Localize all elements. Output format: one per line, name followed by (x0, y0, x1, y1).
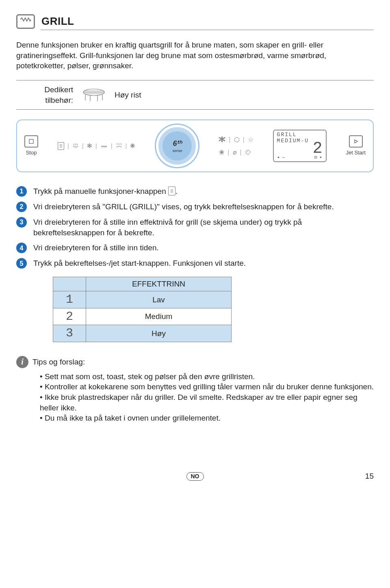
timer-icon: ⏲ (245, 148, 251, 157)
manual-functions-row: | | ✻ | | | ❋ (58, 142, 136, 150)
step-badge: 1 (16, 186, 27, 197)
jet-start-group: Jet Start (346, 135, 366, 156)
step-text: Trykk på bekreftelses-/jet start-knappen… (33, 258, 374, 269)
accessory-section: Dedikert tilbehør: Høy rist (16, 80, 374, 110)
rack-icon (82, 88, 106, 102)
list-item: Sett mat som ost, toast, stek og pølser … (40, 371, 374, 382)
level-label: Høy (86, 325, 232, 342)
fan-heat-icon (116, 142, 122, 150)
rotary-dial[interactable]: 6ᵗʰ sense (155, 124, 199, 168)
step-text: Trykk på manuelle funksjoner-knappen . (33, 186, 374, 197)
language-pill: NO (186, 472, 204, 481)
steps-list: 1 Trykk på manuelle funksjoner-knappen .… (16, 186, 374, 269)
grill-element-icon (20, 17, 31, 22)
level-label: Medium (86, 308, 232, 325)
snowflake-icon: ✻ (87, 142, 92, 150)
dial-brand-top: 6ᵗʰ (173, 139, 182, 148)
stop-button[interactable] (24, 135, 38, 148)
title-rule (41, 30, 374, 30)
table-row: 1 Lav (53, 291, 232, 308)
step-badge: 5 (16, 258, 27, 269)
stop-button-group: Stop (24, 135, 38, 156)
step-3: 3 Vri dreiebryteren for å stille inn eff… (16, 217, 374, 238)
display-line1: GRILL (277, 132, 323, 138)
stop-label: Stop (26, 149, 37, 156)
jet-start-label: Jet Start (346, 149, 366, 156)
lcd-display: GRILL MEDIUM-U 2 ◂ —⊡ ▸ (273, 130, 327, 162)
list-item: Du må ikke ta på taket i ovnen under gri… (40, 413, 374, 423)
tips-header: i Tips og forslag: (16, 356, 374, 368)
chef-hat-icon: ⬡ (234, 135, 240, 144)
step-text: Vri dreiebryteren for å stille inn effek… (33, 217, 374, 238)
page-header: GRILL (16, 14, 374, 29)
step-text: Vri dreiebryteren for å stille inn tiden… (33, 243, 374, 253)
step-5: 5 Trykk på bekreftelses-/jet start-knapp… (16, 258, 374, 269)
table-row: 2 Medium (53, 308, 232, 325)
step-text: Vri dreiebryteren så "GRILL (GRILL)" vis… (33, 202, 374, 212)
svg-marker-20 (355, 140, 358, 143)
dial-center: 6ᵗʰ sense (158, 127, 196, 165)
manual-functions-icon (168, 187, 176, 195)
power-level-table: EFFEKTTRINN 1 Lav 2 Medium 3 Høy (53, 277, 232, 342)
accessory-value: Høy rist (115, 90, 141, 100)
bread-icon: 🞷 (219, 135, 225, 144)
intro-paragraph: Denne funksjonen bruker en kraftig quart… (16, 40, 374, 71)
svg-rect-10 (29, 139, 33, 143)
info-icon: i (16, 356, 28, 368)
dial-brand-bottom: sense (172, 148, 182, 153)
star-icon: ☆ (248, 135, 254, 144)
list-item: Ikke bruk plastredskaper når du griller.… (40, 392, 374, 413)
page-title: GRILL (41, 14, 74, 28)
accessory-label: Dedikert tilbehør: (16, 85, 73, 105)
convection-icon (72, 142, 79, 150)
display-value: 2 (313, 141, 323, 156)
tips-list: Sett mat som ost, toast, stek og pølser … (16, 371, 374, 423)
table-header: EFFEKTTRINN (86, 277, 232, 291)
fish-icon: ❀ (219, 148, 224, 157)
grill-heat-icon (100, 142, 108, 150)
level-label: Lav (86, 291, 232, 308)
leaf-icon: ⌀ (233, 148, 237, 157)
tips-title: Tips og forslag: (32, 357, 85, 367)
page-number: 15 (365, 471, 374, 482)
level-number: 1 (53, 291, 86, 308)
category-icons: 🞷| ⬡| ☆ ❀| ⌀| ⏲ (219, 135, 253, 157)
page-footer: NO 15 (16, 472, 374, 481)
fan-icon: ❋ (130, 142, 135, 150)
manual-functions-icon[interactable] (58, 142, 64, 150)
list-item: Kontroller at kokekarene som benyttes ve… (40, 382, 374, 392)
jet-start-button[interactable] (349, 135, 363, 148)
level-number: 3 (53, 325, 86, 342)
level-number: 2 (53, 308, 86, 325)
table-row: 3 Høy (53, 325, 232, 342)
step-badge: 4 (16, 243, 27, 253)
display-nav-hints: ◂ —⊡ ▸ (277, 154, 323, 161)
step-1: 1 Trykk på manuelle funksjoner-knappen . (16, 186, 374, 197)
grill-mode-icon (16, 14, 35, 29)
step-4: 4 Vri dreiebryteren for å stille inn tid… (16, 243, 374, 253)
step-2: 2 Vri dreiebryteren så "GRILL (GRILL)" v… (16, 202, 374, 212)
table-header-empty (53, 277, 86, 291)
step-badge: 3 (16, 217, 27, 228)
control-panel: Stop | | ✻ | | | ❋ 6ᵗʰ sense 🞷| ⬡| ☆ (16, 119, 374, 172)
step-badge: 2 (16, 202, 27, 212)
